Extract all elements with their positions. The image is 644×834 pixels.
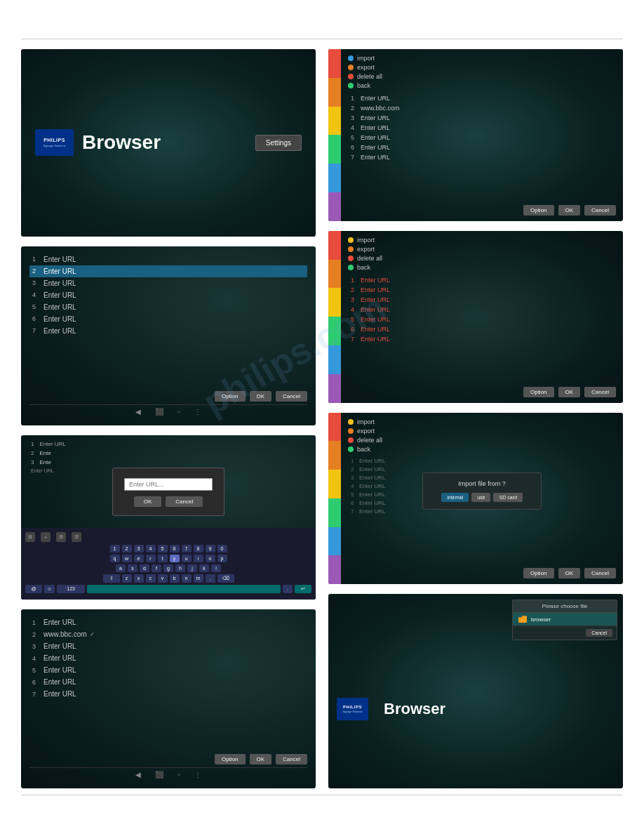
key-k[interactable]: k — [199, 564, 209, 572]
key-h[interactable]: h — [175, 564, 185, 572]
url-row-3[interactable]: 3 Enter URL — [29, 277, 307, 289]
cancel-button[interactable]: Cancel — [276, 391, 307, 402]
s2-row-3[interactable]: 3 Enter URL — [348, 113, 616, 123]
s6-import[interactable]: import — [348, 418, 616, 425]
url-row-5[interactable]: 5 Enter URL — [29, 301, 307, 313]
s8-row-2[interactable]: 2 Enter URL — [348, 285, 616, 295]
key-f[interactable]: f — [152, 564, 161, 572]
url-row-4[interactable]: 4 Enter URL — [29, 289, 307, 301]
s8-row-7[interactable]: 7 Enter URL — [348, 334, 616, 344]
action-delete[interactable]: delete all — [348, 73, 616, 80]
key-g[interactable]: g — [163, 564, 173, 572]
s8-row-4[interactable]: 4 Enter URL — [348, 305, 616, 315]
key-6[interactable]: 6 — [170, 545, 180, 552]
option-button[interactable]: Option — [215, 391, 246, 402]
s2-option-button[interactable]: Option — [523, 205, 554, 216]
bbc-row-2[interactable]: 2 www.bbc.com ✓ — [29, 628, 307, 640]
url-row-1[interactable]: 1 Enter URL — [29, 253, 307, 265]
bbc-row-7[interactable]: 7 Enter URL — [29, 688, 307, 700]
s8-ok-button[interactable]: OK — [558, 387, 581, 397]
key-t[interactable]: t — [158, 555, 168, 562]
s8-cancel-button[interactable]: Cancel — [584, 387, 616, 397]
s8-option-button[interactable]: Option — [523, 387, 554, 397]
action-export[interactable]: export — [348, 64, 616, 71]
file-cancel-button[interactable]: Cancel — [586, 629, 612, 637]
s6-ok-button[interactable]: OK — [558, 568, 581, 578]
file-chooser-item[interactable]: browser — [513, 613, 617, 626]
key-9[interactable]: 9 — [206, 545, 215, 552]
key-a[interactable]: a — [116, 564, 126, 572]
key-q[interactable]: q — [110, 555, 120, 562]
s8-import[interactable]: import — [348, 237, 616, 244]
key-n[interactable]: n — [182, 574, 192, 583]
s2-ok-button[interactable]: OK — [558, 205, 581, 216]
url-row-7[interactable]: 7 Enter URL — [29, 325, 307, 337]
sd-card-button[interactable]: SD card — [493, 493, 522, 502]
bbc-cancel-button[interactable]: Cancel — [276, 754, 307, 764]
s6-export[interactable]: export — [348, 428, 616, 435]
s6-cancel-button[interactable]: Cancel — [584, 568, 616, 578]
key-backspace[interactable]: ⌫ — [217, 574, 234, 583]
usb-button[interactable]: usb — [471, 493, 490, 502]
s6-back[interactable]: back — [348, 446, 616, 453]
bbc-option-button[interactable]: Option — [215, 754, 246, 764]
s2-row-2[interactable]: 2 www.bbc.com — [348, 103, 616, 113]
key-shift[interactable]: ⇧ — [103, 574, 120, 583]
key-v[interactable]: v — [158, 574, 168, 583]
bbc-row-5[interactable]: 5 Enter URL — [29, 664, 307, 676]
s2-row-6[interactable]: 6 Enter URL — [348, 143, 616, 152]
key-7[interactable]: 7 — [182, 545, 192, 552]
url-row-6[interactable]: 6 Enter URL — [29, 313, 307, 325]
bbc-row-4[interactable]: 4 Enter URL — [29, 652, 307, 664]
key-r[interactable]: r — [146, 555, 156, 562]
s2-row-5[interactable]: 5 Enter URL — [348, 133, 616, 143]
key-d[interactable]: d — [140, 564, 149, 572]
key-e[interactable]: e — [134, 555, 144, 562]
internal-button[interactable]: internal — [441, 493, 469, 502]
s8-delete[interactable]: delete all — [348, 255, 616, 262]
s8-row-1[interactable]: 1 Enter URL — [348, 275, 616, 285]
key-at[interactable]: ☺ — [44, 585, 55, 593]
action-back[interactable]: back — [348, 82, 616, 89]
bbc-row-6[interactable]: 6 Enter URL — [29, 676, 307, 688]
s2-cancel-button[interactable]: Cancel — [584, 205, 616, 216]
key-z[interactable]: z — [122, 574, 132, 583]
s2-row-7[interactable]: 7 Enter URL — [348, 152, 616, 162]
s6-option-button[interactable]: Option — [523, 568, 554, 578]
key-4[interactable]: 4 — [146, 545, 156, 552]
bbc-row-3[interactable]: 3 Enter URL — [29, 640, 307, 652]
key-enter[interactable]: ↵ — [295, 585, 311, 593]
ok-button[interactable]: OK — [250, 391, 272, 402]
url-row-2[interactable]: 2 Enter URL — [29, 265, 307, 277]
key-c[interactable]: c — [146, 574, 156, 583]
key-8[interactable]: 8 — [194, 545, 203, 552]
key-sym[interactable]: @ — [25, 585, 42, 593]
key-comma[interactable]: , — [206, 574, 215, 583]
key-1[interactable]: 1 — [110, 545, 120, 552]
key-2[interactable]: 2 — [122, 545, 132, 552]
key-x[interactable]: x — [134, 574, 144, 583]
dialog-cancel-button[interactable]: Cancel — [166, 496, 203, 507]
key-space[interactable] — [87, 585, 281, 593]
key-3[interactable]: 3 — [134, 545, 144, 552]
s8-export[interactable]: export — [348, 246, 616, 253]
s8-row-3[interactable]: 3 Enter URL — [348, 295, 616, 305]
key-dot[interactable]: . — [283, 585, 293, 593]
key-5[interactable]: 5 — [158, 545, 168, 552]
s2-row-4[interactable]: 4 Enter URL — [348, 123, 616, 133]
key-num[interactable]: 123 — [57, 585, 85, 593]
dialog-ok-button[interactable]: OK — [134, 496, 162, 507]
key-s[interactable]: s — [128, 564, 137, 572]
key-p[interactable]: p — [217, 555, 227, 562]
key-j[interactable]: j — [187, 564, 197, 572]
url-input[interactable] — [124, 478, 213, 491]
bbc-row-1[interactable]: 1 Enter URL — [29, 616, 307, 628]
key-0[interactable]: 0 — [217, 545, 227, 552]
s6-delete[interactable]: delete all — [348, 437, 616, 444]
key-b[interactable]: b — [170, 574, 180, 583]
action-import[interactable]: import — [348, 55, 616, 62]
key-y[interactable]: y — [170, 555, 180, 562]
bbc-ok-button[interactable]: OK — [250, 754, 272, 764]
key-w[interactable]: w — [122, 555, 132, 562]
key-m[interactable]: m — [194, 574, 203, 583]
